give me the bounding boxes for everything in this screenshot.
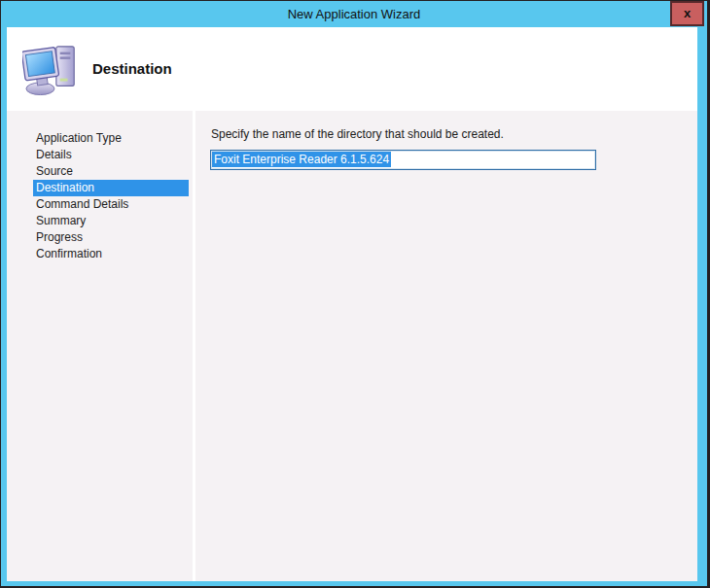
sidebar-item-progress[interactable]: Progress xyxy=(33,229,189,246)
instruction-label: Specify the name of the directory that s… xyxy=(211,127,504,141)
wizard-panels: Application Type Details Source Destinat… xyxy=(7,111,697,581)
step-list: Application Type Details Source Destinat… xyxy=(7,111,193,262)
computer-icon xyxy=(22,42,83,96)
sidebar-item-application-type[interactable]: Application Type xyxy=(33,130,189,147)
selected-input-text: Foxit Enterprise Reader 6.1.5.624 xyxy=(212,152,391,167)
screen: New Application Wizard x xyxy=(0,0,710,588)
window-title: New Application Wizard xyxy=(1,1,707,27)
destination-page: Specify the name of the directory that s… xyxy=(195,111,697,581)
window-body: Destination Application Type Details Sou… xyxy=(7,27,697,581)
title-bar[interactable]: New Application Wizard x xyxy=(1,1,707,27)
sidebar-item-destination[interactable]: Destination xyxy=(33,180,189,196)
sidebar-item-source[interactable]: Source xyxy=(33,163,189,180)
step-sidebar: Application Type Details Source Destinat… xyxy=(7,111,193,581)
wizard-header: Destination xyxy=(7,27,697,111)
wizard-window: New Application Wizard x xyxy=(1,1,707,586)
close-icon: x xyxy=(684,6,691,20)
directory-name-input[interactable]: Foxit Enterprise Reader 6.1.5.624 xyxy=(210,150,596,170)
sidebar-item-command-details[interactable]: Command Details xyxy=(33,196,189,213)
sidebar-item-details[interactable]: Details xyxy=(33,147,189,163)
close-button[interactable]: x xyxy=(670,1,704,26)
page-title: Destination xyxy=(92,27,172,111)
sidebar-item-summary[interactable]: Summary xyxy=(33,213,189,229)
sidebar-item-confirmation[interactable]: Confirmation xyxy=(33,246,189,262)
